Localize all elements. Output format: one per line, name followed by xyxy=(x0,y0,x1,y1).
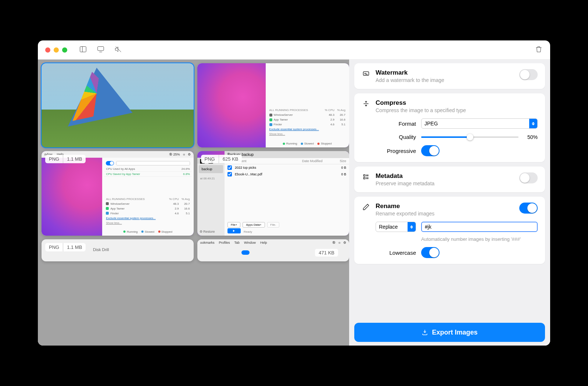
sidebar-toggle-icon[interactable] xyxy=(79,45,87,55)
lowercase-label: Lowercase xyxy=(376,250,416,256)
metadata-sub: Preserve image metadata xyxy=(376,181,514,186)
quality-value: 50% xyxy=(523,134,538,140)
chevron-updown-icon xyxy=(408,222,416,232)
svg-rect-9 xyxy=(363,178,365,179)
svg-rect-5 xyxy=(363,72,369,75)
progressive-toggle[interactable] xyxy=(421,145,440,156)
thumbnail-6[interactable]: ookmarks Profiles Tab Window Help ⦿⌾⚙ 47… xyxy=(197,239,349,261)
quality-label: Quality xyxy=(376,134,416,140)
thumbnail-1[interactable] xyxy=(42,63,194,147)
svg-rect-6 xyxy=(363,175,365,176)
compress-card: Compress Compress the image to a specifi… xyxy=(354,93,545,162)
format-badge: PNG625 KB xyxy=(201,155,242,163)
export-button[interactable]: Export Images xyxy=(354,323,545,342)
watermark-sub: Add a watermark to the image xyxy=(376,77,514,83)
metadata-title: Metadata xyxy=(376,172,514,180)
watermark-toggle[interactable] xyxy=(519,69,538,80)
monitor-icon[interactable] xyxy=(97,45,105,55)
thumbnail-2[interactable]: ALL RUNNING PROCESSES% CPU% Avg WindowSe… xyxy=(197,63,349,147)
format-select[interactable]: JPEG xyxy=(421,118,538,129)
rename-hint: Automatically number images by inserting… xyxy=(421,236,521,242)
compress-title: Compress xyxy=(376,99,538,107)
format-badge: PNG1.1 MB xyxy=(45,155,86,163)
rename-pattern-input[interactable] xyxy=(421,222,538,232)
compress-icon xyxy=(362,99,370,107)
app-window: ALL RUNNING PROCESSES% CPU% Avg WindowSe… xyxy=(38,40,550,346)
rename-sub: Rename exported images xyxy=(376,211,514,217)
titlebar xyxy=(38,40,550,60)
quality-slider[interactable] xyxy=(421,136,519,138)
rename-toggle[interactable] xyxy=(519,203,538,214)
rename-mode-select[interactable]: Replace xyxy=(376,222,416,232)
maximize-window-button[interactable] xyxy=(62,47,67,53)
svg-rect-0 xyxy=(80,46,86,52)
traffic-lights xyxy=(45,47,67,53)
image-gallery: ALL RUNNING PROCESSES% CPU% Avg WindowSe… xyxy=(38,60,349,346)
compress-sub: Compress the image to a specified type xyxy=(376,107,538,113)
metadata-toggle[interactable] xyxy=(519,172,538,183)
watermark-title: Watermark xyxy=(376,69,514,76)
chevron-updown-icon xyxy=(529,119,537,128)
watermark-card: Watermark Add a watermark to the image xyxy=(354,63,545,89)
thumbnail-3[interactable]: ndowHelp ⦿ 25%⌾⚙ CPU Used by All Apps24.… xyxy=(42,151,194,235)
progressive-label: Progressive xyxy=(376,148,416,154)
metadata-card: Metadata Preserve image metadata xyxy=(354,167,545,192)
svg-line-4 xyxy=(116,46,121,52)
metadata-icon xyxy=(362,172,370,181)
rename-card: Rename Rename exported images Replace xyxy=(354,197,545,264)
svg-rect-2 xyxy=(98,46,104,50)
mute-icon[interactable] xyxy=(114,45,122,55)
rename-icon xyxy=(362,203,370,211)
format-label: Format xyxy=(376,121,416,127)
format-badge: PNG1.1 MB xyxy=(45,243,86,251)
trash-icon[interactable] xyxy=(535,45,543,55)
close-window-button[interactable] xyxy=(45,47,50,53)
thumbnail-5[interactable]: PNG1.1 MB Disk Drill xyxy=(42,239,194,261)
minimize-window-button[interactable] xyxy=(54,47,59,53)
rename-title: Rename xyxy=(376,203,514,210)
toolbar xyxy=(79,45,122,55)
export-sidebar: Watermark Add a watermark to the image C… xyxy=(349,60,550,346)
thumbnail-4[interactable]: Backup: backup ContentDate ModifiedSize … xyxy=(197,151,349,235)
watermark-icon xyxy=(362,69,370,77)
lowercase-toggle[interactable] xyxy=(421,247,440,258)
